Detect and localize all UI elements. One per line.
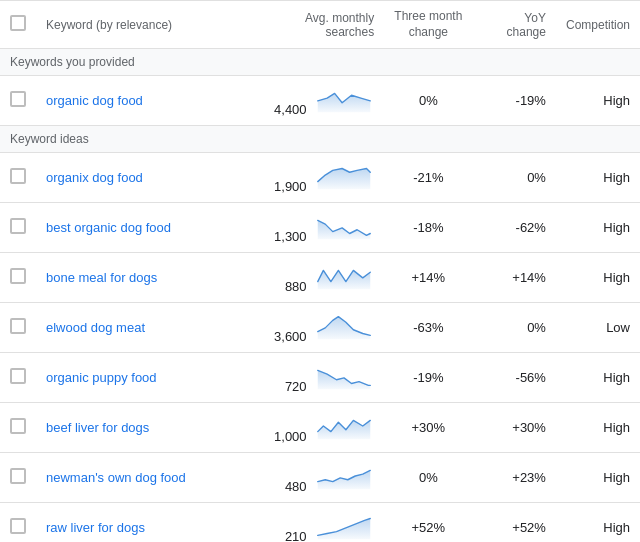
- row-checkbox-cell: [0, 303, 36, 353]
- sparkline-chart: [314, 461, 374, 491]
- sparkline-chart: [314, 361, 374, 391]
- sparkline-cell: [314, 411, 374, 441]
- competition-cell: Low: [556, 303, 640, 353]
- three-change-cell: -63%: [384, 303, 472, 353]
- yoy-change-cell: +14%: [472, 253, 556, 303]
- sparkline-chart: [314, 261, 374, 291]
- avg-value: 1,000: [274, 429, 307, 444]
- three-change-cell: 0%: [384, 76, 472, 126]
- section-label: Keyword ideas: [0, 126, 640, 153]
- table-row: raw liver for dogs 210 +52% +52%: [0, 503, 640, 542]
- keyword-text[interactable]: newman's own dog food: [46, 470, 186, 485]
- keyword-text[interactable]: organix dog food: [46, 170, 143, 185]
- sparkline-chart: [314, 511, 374, 541]
- keyword-cell: bone meal for dogs: [36, 253, 257, 303]
- three-change-cell: +14%: [384, 253, 472, 303]
- keyword-text[interactable]: bone meal for dogs: [46, 270, 157, 285]
- comp-col-header: Competition: [556, 1, 640, 49]
- row-checkbox[interactable]: [10, 468, 26, 484]
- keyword-table: Keyword (by relevance) Avg. monthly sear…: [0, 0, 640, 542]
- avg-cell: 880: [257, 253, 384, 303]
- competition-cell: High: [556, 403, 640, 453]
- row-checkbox-cell: [0, 353, 36, 403]
- keyword-cell: newman's own dog food: [36, 453, 257, 503]
- select-all-checkbox[interactable]: [10, 15, 26, 31]
- yoy-change-value: +52%: [512, 520, 546, 535]
- keyword-cell: elwood dog meat: [36, 303, 257, 353]
- avg-value: 880: [285, 279, 307, 294]
- yoy-change-value: +30%: [512, 420, 546, 435]
- keyword-cell: beef liver for dogs: [36, 403, 257, 453]
- three-change-value: -21%: [413, 170, 443, 185]
- row-checkbox[interactable]: [10, 418, 26, 434]
- table-row: organic dog food 4,400 0% -19%: [0, 76, 640, 126]
- avg-cell: 3,600: [257, 303, 384, 353]
- sparkline-chart: [314, 311, 374, 341]
- keyword-text[interactable]: best organic dog food: [46, 220, 171, 235]
- row-checkbox[interactable]: [10, 318, 26, 334]
- avg-cell: 1,000: [257, 403, 384, 453]
- keyword-text[interactable]: raw liver for dogs: [46, 520, 145, 535]
- keyword-text[interactable]: organic dog food: [46, 93, 143, 108]
- row-checkbox-cell: [0, 253, 36, 303]
- avg-cell: 480: [257, 453, 384, 503]
- keyword-cell: organic puppy food: [36, 353, 257, 403]
- competition-cell: High: [556, 353, 640, 403]
- three-change-value: 0%: [419, 470, 438, 485]
- yoy-change-cell: -56%: [472, 353, 556, 403]
- row-checkbox[interactable]: [10, 168, 26, 184]
- sparkline-chart: [314, 84, 374, 114]
- yoy-change-cell: +23%: [472, 453, 556, 503]
- competition-value: High: [603, 470, 630, 485]
- keyword-text[interactable]: organic puppy food: [46, 370, 157, 385]
- keyword-text[interactable]: elwood dog meat: [46, 320, 145, 335]
- row-checkbox[interactable]: [10, 518, 26, 534]
- competition-value: High: [603, 220, 630, 235]
- three-change-cell: +30%: [384, 403, 472, 453]
- row-checkbox[interactable]: [10, 218, 26, 234]
- avg-value: 4,400: [274, 102, 307, 117]
- table-row: bone meal for dogs 880 +14% +14%: [0, 253, 640, 303]
- yoy-change-value: -19%: [516, 93, 546, 108]
- three-change-value: +14%: [412, 270, 446, 285]
- avg-cell: 1,300: [257, 203, 384, 253]
- avg-value: 1,900: [274, 179, 307, 194]
- section-header-0: Keywords you provided: [0, 49, 640, 76]
- row-checkbox-cell: [0, 403, 36, 453]
- competition-value: High: [603, 170, 630, 185]
- avg-value: 720: [285, 379, 307, 394]
- sparkline-chart: [314, 211, 374, 241]
- row-checkbox[interactable]: [10, 268, 26, 284]
- three-change-cell: -21%: [384, 153, 472, 203]
- table-row: elwood dog meat 3,600 -63% 0%: [0, 303, 640, 353]
- keyword-col-header: Keyword (by relevance): [36, 1, 257, 49]
- keyword-text[interactable]: beef liver for dogs: [46, 420, 149, 435]
- competition-cell: High: [556, 503, 640, 542]
- sparkline-chart: [314, 161, 374, 191]
- row-checkbox-cell: [0, 153, 36, 203]
- yoy-change-value: +23%: [512, 470, 546, 485]
- three-change-cell: 0%: [384, 453, 472, 503]
- table-row: newman's own dog food 480 0% +23%: [0, 453, 640, 503]
- sparkline-cell: [314, 361, 374, 391]
- avg-value: 1,300: [274, 229, 307, 244]
- sparkline-cell: [314, 261, 374, 291]
- row-checkbox[interactable]: [10, 368, 26, 384]
- three-change-value: -18%: [413, 220, 443, 235]
- competition-cell: High: [556, 453, 640, 503]
- avg-cell: 4,400: [257, 76, 384, 126]
- yoy-change-cell: 0%: [472, 303, 556, 353]
- competition-cell: High: [556, 76, 640, 126]
- row-checkbox[interactable]: [10, 91, 26, 107]
- select-all-header[interactable]: [0, 1, 36, 49]
- three-change-value: -63%: [413, 320, 443, 335]
- yoy-col-header: YoY change: [472, 1, 556, 49]
- competition-value: High: [603, 93, 630, 108]
- competition-cell: High: [556, 203, 640, 253]
- sparkline-cell: [314, 161, 374, 191]
- three-change-cell: -19%: [384, 353, 472, 403]
- table-row: organic puppy food 720 -19% -56%: [0, 353, 640, 403]
- yoy-change-cell: 0%: [472, 153, 556, 203]
- yoy-change-value: -56%: [516, 370, 546, 385]
- avg-value: 3,600: [274, 329, 307, 344]
